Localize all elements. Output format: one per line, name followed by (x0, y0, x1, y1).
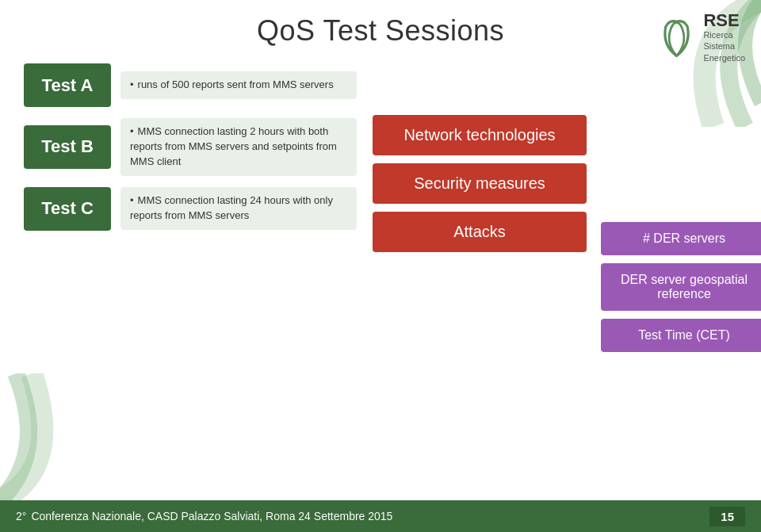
footer: 2° Conferenza Nazionale, CASD Palazzo Sa… (0, 500, 761, 532)
category-network: Network technologies (373, 115, 587, 155)
tests-column: Test A runs of 500 reports sent from MMS… (24, 63, 357, 352)
page-content: QoS Test Sessions RSE Ricerca Sistema En… (0, 0, 761, 352)
subcat-geospatial: DER server geospatial reference (601, 263, 761, 311)
right-section: Network technologies Security measures A… (373, 63, 761, 352)
rse-line3: Energetico (703, 52, 745, 63)
subcat-der-servers: # DER servers (601, 222, 761, 255)
rse-logo-icon (655, 16, 698, 59)
rse-logo: RSE Ricerca Sistema Energetico (655, 12, 745, 63)
category-attacks: Attacks (373, 212, 587, 252)
footer-page: 15 (709, 507, 745, 526)
page-title: QoS Test Sessions (0, 0, 761, 55)
category-security: Security measures (373, 163, 587, 204)
main-area: Test A runs of 500 reports sent from MMS… (0, 55, 761, 352)
rse-brand: RSE (703, 12, 745, 29)
bg-decoration-bottom (0, 373, 143, 500)
rse-line1: Ricerca (703, 29, 745, 40)
footer-degree: 2° (16, 510, 26, 522)
test-c-label: Test C (24, 187, 111, 231)
subcategories-column: # DER servers DER server geospatial refe… (601, 115, 761, 352)
rse-line2: Sistema (703, 40, 745, 52)
test-c-desc: MMS connection lasting 24 hours with onl… (120, 187, 357, 230)
test-b-label: Test B (24, 125, 111, 169)
footer-conference: Conferenza Nazionale, CASD Palazzo Salvi… (31, 510, 392, 522)
test-a-desc: runs of 500 reports sent from MMS server… (120, 71, 357, 99)
test-a-label: Test A (24, 63, 111, 107)
categories-column: Network technologies Security measures A… (373, 115, 587, 352)
test-b-desc: MMS connection lasting 2 hours with both… (120, 118, 357, 176)
test-b-row: Test B MMS connection lasting 2 hours wi… (24, 118, 357, 176)
footer-text: 2° Conferenza Nazionale, CASD Palazzo Sa… (16, 510, 392, 522)
subcat-test-time: Test Time (CET) (601, 319, 761, 352)
test-c-row: Test C MMS connection lasting 24 hours w… (24, 187, 357, 231)
rse-logo-text: RSE Ricerca Sistema Energetico (703, 12, 745, 63)
test-a-row: Test A runs of 500 reports sent from MMS… (24, 63, 357, 107)
